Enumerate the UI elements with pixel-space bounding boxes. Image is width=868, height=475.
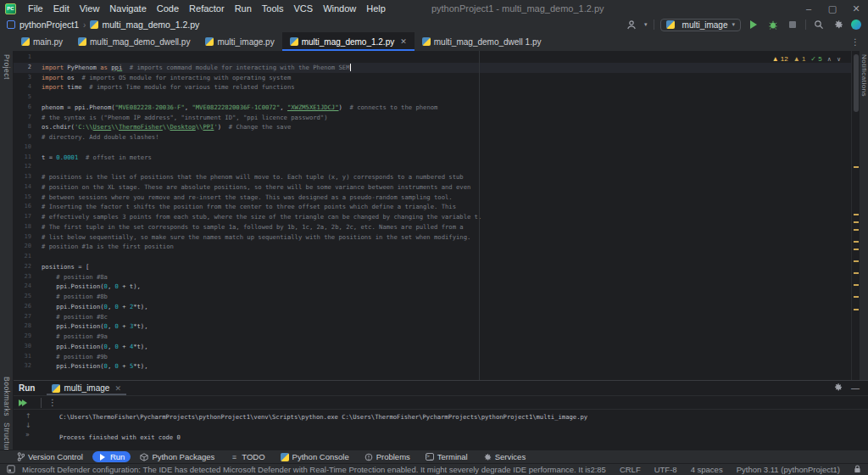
editor-line: 1 — [14, 53, 851, 63]
warning-stripe-mark[interactable] — [854, 229, 859, 231]
minimize-button[interactable]: – — [797, 0, 821, 17]
menu-bar: FileEditViewNavigateCodeRefactorRunTools… — [23, 0, 391, 17]
python-icon — [281, 453, 289, 461]
editor-line: 24 ppi.Position(0, 0 + t), — [14, 282, 851, 292]
more-tabs-icon[interactable]: ⋮ — [843, 32, 868, 51]
menu-window[interactable]: Window — [318, 0, 361, 17]
settings-sync-avatar[interactable] — [851, 20, 861, 30]
menu-run[interactable]: Run — [230, 0, 257, 17]
editor-line: 23 # position #8a — [14, 272, 851, 282]
editor-tab-multi-mag-demo-1-2-py[interactable]: multi_mag_demo_1.2.py✕ — [282, 32, 415, 51]
tool-stripe-project[interactable]: Project — [3, 54, 11, 80]
editor-line: 12 — [14, 162, 851, 172]
warning-stripe-mark[interactable] — [854, 309, 859, 310]
close-icon[interactable]: ✕ — [114, 384, 121, 393]
editor-line: 4import time # imports Time module for v… — [14, 82, 851, 92]
warning-stripe-mark[interactable] — [854, 284, 859, 286]
toolwindow-run[interactable]: Run — [92, 451, 131, 462]
warning-stripe-mark[interactable] — [854, 221, 859, 223]
status-indent[interactable]: 4 spaces — [691, 465, 723, 474]
warning-stripe-mark[interactable] — [854, 296, 859, 298]
toolwindow-python-console[interactable]: Python Console — [275, 451, 355, 462]
rerun-button[interactable] — [19, 400, 27, 406]
run-button[interactable] — [747, 18, 760, 31]
status-interpreter[interactable]: Python 3.11 (pythonProject1) — [737, 465, 840, 474]
inspections-widget[interactable]: ▲ 12 ▲ 1 ✓ 5 ∧ ∨ — [772, 55, 841, 63]
editor-tab-multi-mag-demo-dwell-py[interactable]: multi_mag_demo_dwell.py — [70, 32, 198, 51]
console-line — [59, 422, 865, 433]
toolwindow-problems[interactable]: Problems — [359, 451, 416, 462]
editor-line: 14# position on the XL stage. These are … — [14, 182, 851, 193]
services-icon — [483, 453, 492, 461]
defender-warning-message[interactable]: Microsoft Defender configuration: The ID… — [22, 465, 590, 474]
editor-line: 15# between sessions where you remove an… — [14, 193, 851, 203]
menu-file[interactable]: File — [23, 0, 48, 17]
more-options-icon[interactable]: ⋮ — [48, 398, 57, 407]
tool-window-switcher-icon[interactable] — [7, 465, 15, 475]
settings-gear-icon[interactable] — [832, 18, 845, 31]
console-line: C:\Users\ThermoFisher\PycharmProjects\py… — [59, 412, 865, 422]
text-caret — [350, 64, 351, 71]
stop-button[interactable] — [786, 18, 799, 31]
left-tool-stripe: Project Bookmarks Structure — [0, 51, 14, 450]
menu-refactor[interactable]: Refactor — [184, 0, 230, 17]
warning-icon: ▲ 12 — [772, 55, 788, 63]
editor-line: 30 ppi.Position(0, 0 + 4*t), — [14, 342, 851, 352]
warning-stripe-mark[interactable] — [854, 249, 859, 250]
scrollbar-thumb[interactable] — [854, 54, 859, 112]
hide-panel-icon[interactable]: — — [851, 383, 860, 393]
next-problem-icon[interactable]: ∨ — [837, 56, 841, 63]
warning-stripe-mark[interactable] — [854, 241, 859, 243]
menu-code[interactable]: Code — [152, 0, 184, 17]
lock-icon[interactable] — [854, 465, 861, 475]
tool-stripe-notifications[interactable]: Notifications — [860, 54, 868, 97]
toolwindow-python-packages[interactable]: Python Packages — [134, 451, 220, 462]
run-console-tab[interactable]: multi_image ✕ — [47, 381, 125, 395]
toolwindow-todo[interactable]: ≡TODO — [224, 451, 270, 462]
menu-vcs[interactable]: VCS — [289, 0, 319, 17]
toolwindow-version-control[interactable]: Version Control — [10, 451, 89, 462]
editor-line: 6phenom = ppi.Phenom("MVE082228-20036-F"… — [14, 103, 851, 113]
run-config-selector[interactable]: multi_image ▾ — [660, 19, 741, 31]
close-icon[interactable]: ✕ — [400, 37, 407, 46]
editor-line: 3import os # imports OS module for inter… — [14, 73, 851, 83]
run-settings-gear-icon[interactable] — [833, 383, 843, 394]
editor-tab-main-py[interactable]: main.py — [14, 32, 70, 51]
status-encoding[interactable]: UTF-8 — [654, 465, 677, 474]
editor-line: 5 — [14, 92, 851, 103]
tool-window-bar: Version ControlRunPython Packages≡TODOPy… — [0, 450, 868, 463]
menu-help[interactable]: Help — [361, 0, 391, 17]
breadcrumb-file[interactable]: multi_mag_demo_1.2.py — [102, 20, 199, 30]
close-button[interactable]: ✕ — [844, 0, 868, 17]
code-editor[interactable]: 12import PyPhenom as ppi # imports comma… — [14, 51, 851, 380]
tool-stripe-bookmarks[interactable]: Bookmarks — [3, 377, 11, 416]
warning-stripe-mark[interactable] — [854, 166, 859, 168]
warning-stripe-mark[interactable] — [854, 214, 859, 215]
toolwindow-services[interactable]: Services — [477, 451, 531, 462]
warning-stripe-mark[interactable] — [854, 260, 859, 262]
person-icon[interactable] — [625, 18, 638, 31]
python-icon — [666, 20, 675, 29]
breadcrumb-project[interactable]: pythonProject1 — [19, 20, 79, 30]
status-line-separator[interactable]: CRLF — [620, 465, 641, 474]
menu-view[interactable]: View — [75, 0, 105, 17]
status-caret-position[interactable]: 2:85 — [590, 465, 606, 474]
editor-line: 20# position #1a is the first position — [14, 242, 851, 252]
prev-problem-icon[interactable]: ∧ — [827, 56, 832, 63]
warning-stripe-mark[interactable] — [854, 272, 859, 274]
menu-edit[interactable]: Edit — [48, 0, 75, 17]
toolwindow-terminal[interactable]: >_Terminal — [420, 451, 474, 462]
menu-tools[interactable]: Tools — [257, 0, 289, 17]
debug-button[interactable] — [766, 18, 780, 31]
run-console-output[interactable]: ↑↓» C:\Users\ThermoFisher\PycharmProject… — [14, 410, 868, 449]
editor-line: 11t = 0.0001 # offset in meters — [14, 153, 851, 163]
menu-navigate[interactable]: Navigate — [104, 0, 151, 17]
maximize-button[interactable]: ▢ — [821, 0, 844, 17]
python-file-icon — [290, 37, 298, 46]
search-everywhere-icon[interactable] — [812, 18, 826, 31]
editor-tab-multi-mag-demo-dwell-1-py[interactable]: multi_mag_demo_dwell 1.py — [415, 32, 549, 51]
python-file-icon — [78, 37, 86, 46]
python-file-icon — [205, 37, 214, 46]
scrollbar-error-stripe[interactable] — [851, 51, 860, 380]
editor-tab-multi-image-py[interactable]: multi_image.py — [198, 32, 281, 51]
